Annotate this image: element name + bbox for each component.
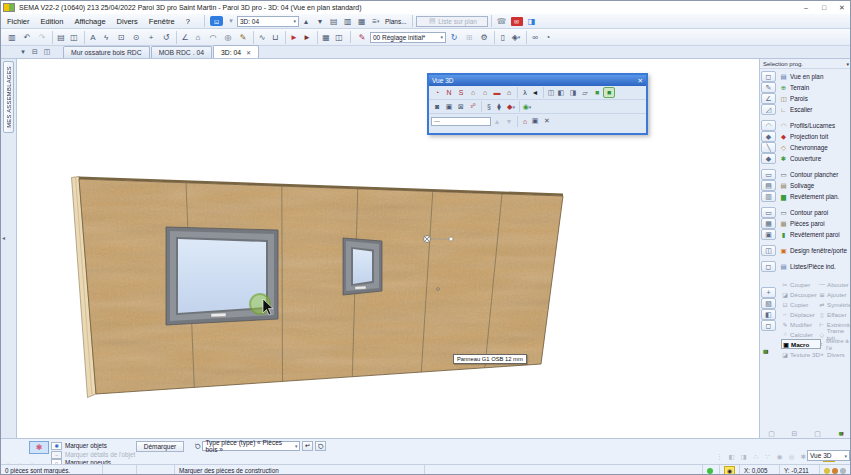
vue3d-icon[interactable]: ▱ — [579, 87, 591, 98]
vue3d-icon[interactable]: N — [443, 87, 455, 98]
active-view-combo[interactable]: Vue 3D ▾ — [807, 450, 850, 461]
tabbar-icon[interactable]: ▾ — [17, 46, 29, 57]
sidebar-item[interactable]: ⊕ Terrain — [779, 82, 851, 93]
tabbar-icon[interactable]: ⊟ — [29, 46, 41, 57]
sidebar-strip-button[interactable]: ▤ — [761, 180, 776, 191]
command-item[interactable]: ⊡ Copier — [781, 299, 821, 309]
sidebar-item[interactable]: ▣ Design fenêtre/porte — [779, 245, 851, 256]
command-item[interactable]: ↕ Mettre à l'é — [818, 339, 851, 349]
vue3d-close-icon[interactable]: ✕ — [638, 77, 643, 85]
vue3d-icon[interactable]: ⌂ — [479, 87, 491, 98]
toolbar-icon[interactable]: ⊡ — [114, 31, 128, 44]
toolbar-icon[interactable]: ⊔ — [268, 31, 282, 44]
command-item[interactable]: — Abouter — [818, 279, 851, 289]
command-item[interactable]: ↔ Déplacer — [781, 309, 821, 319]
sidebar-item[interactable]: ▮ Revêtement paroi — [779, 229, 851, 240]
sidebar-strip-button[interactable]: ╲ — [761, 142, 776, 153]
menu-item[interactable]: Edition — [41, 17, 64, 26]
command-item[interactable]: ▣ Macro — [781, 339, 821, 349]
assemblies-side-tab[interactable]: MES ASSEMBLAGES — [3, 61, 14, 133]
view-select-combo[interactable]: 3D: 04 ▾ — [237, 16, 299, 27]
sidebar-strip-button[interactable]: ◆ — [761, 131, 776, 142]
search-icon[interactable]: Ϙ — [193, 442, 202, 451]
search-again-button[interactable]: Ϙ — [315, 441, 326, 451]
sidebar-item[interactable]: ▆ Revêtement plan. — [779, 191, 851, 202]
toolbar-icon[interactable]: ∠ — [176, 31, 190, 44]
vue3d-icon[interactable]: ⧫ — [493, 101, 505, 112]
quickbar-icon[interactable]: ▴ — [299, 15, 313, 28]
toolbar-icon[interactable]: ↷ — [35, 31, 49, 44]
display-toggle-icon[interactable]: ∴ — [751, 450, 760, 463]
command-item[interactable]: ▯ Effacer — [818, 309, 851, 319]
toolbar-icon[interactable]: ◫ — [332, 31, 346, 44]
vue3d-icon[interactable]: ⌂ — [517, 116, 529, 127]
vue3d-icon[interactable]: ▣ — [529, 116, 541, 127]
vue3d-icon[interactable]: ▲ — [491, 116, 503, 127]
piece-filter-combo[interactable]: Type pièce (type) « Pièces bois » ▾ — [202, 441, 300, 451]
sidebar-item[interactable]: ✱ Couverture — [779, 153, 851, 164]
sidebar-strip-button[interactable]: ▣ — [761, 229, 776, 240]
display-toggle-icon[interactable]: ◎ — [787, 450, 796, 463]
sidebar-strip-button[interactable]: ◻ — [761, 261, 776, 272]
toolbar-icon[interactable]: ↶ — [20, 31, 34, 44]
vue3d-icon[interactable]: ◄ — [529, 87, 541, 98]
command-item[interactable]: ○ Calculer — [781, 329, 821, 339]
quickbar-icon[interactable]: ▾ — [313, 15, 327, 28]
sidebar-item[interactable]: ▦ Pièces paroi — [779, 218, 851, 229]
sidebar-strip-button[interactable]: ◻ — [761, 71, 776, 82]
quickbar-icon[interactable]: ▤ — [327, 15, 341, 28]
maximize-button[interactable]: □ — [817, 3, 831, 12]
sidebar-strip-button[interactable]: ▦ — [761, 218, 776, 229]
toolbar-icon[interactable]: ⊙ — [129, 31, 143, 44]
toolbar-icon[interactable]: ◔ — [541, 31, 555, 44]
toolbar-icon[interactable]: ✎ — [236, 31, 250, 44]
remote-drop-icon[interactable]: ▾ — [225, 16, 237, 27]
menu-item[interactable]: Divers — [117, 17, 138, 26]
status-eye-cell[interactable]: ◉ — [720, 465, 740, 475]
sidebar-strip-button[interactable]: ▭ — [761, 207, 776, 218]
vue3d-value-input[interactable] — [431, 117, 491, 126]
display-toggle-icon[interactable]: ∵ — [763, 450, 772, 463]
vue3d-icon[interactable]: ◔ — [431, 87, 443, 98]
command-item[interactable]: ⊞ Ajouter — [818, 289, 851, 299]
toolbar-icon[interactable]: ϟ — [99, 31, 113, 44]
vue3d-icon[interactable]: § — [481, 101, 493, 112]
sidebar-item[interactable]: ◫ Parois — [779, 93, 851, 104]
vue3d-icon[interactable]: ▣ — [443, 101, 455, 112]
document-tab[interactable]: MOB RDC . 04 — [151, 46, 212, 58]
document-tab[interactable]: 3D: 04 ✕ — [213, 45, 259, 58]
command-item[interactable]: ⇄ Symétrie — [818, 299, 851, 309]
toolbar-icon[interactable]: ↻ — [447, 31, 461, 44]
quickbar-icon[interactable]: ≡▾ — [369, 15, 383, 28]
menu-item[interactable]: Affichage — [74, 17, 105, 26]
tabbar-icon[interactable]: ◫ — [41, 46, 53, 57]
vue3d-icon[interactable]: ◙ — [431, 101, 443, 112]
sidebar-item[interactable]: ◆ Projection toit — [779, 131, 851, 142]
cad3d-cube-icon[interactable]: ■ — [763, 347, 768, 356]
menu-item[interactable]: Fichier — [7, 17, 30, 26]
vue3d-icon[interactable]: ◧ — [555, 87, 567, 98]
vue3d-icon[interactable]: ■ — [591, 87, 603, 98]
remote-support-icon[interactable]: ⊡ — [210, 16, 223, 26]
tab-close-icon[interactable]: ✕ — [246, 49, 251, 56]
vue3d-icon[interactable]: ◫ — [543, 87, 555, 98]
toolbar-icon[interactable]: ⌂ — [191, 31, 205, 44]
toolbar-icon[interactable]: ◈▾ — [509, 31, 523, 44]
vue3d-icon[interactable]: ⌂ — [503, 87, 515, 98]
document-tab[interactable]: Mur ossature bois RDC — [63, 46, 150, 58]
marker-mode-button[interactable]: ✱ — [29, 441, 49, 454]
toolbar-icon[interactable]: ↺ — [159, 31, 173, 44]
apply-filter-button[interactable]: ↵ — [302, 441, 313, 451]
marquer-objets-row[interactable]: ✱ Marquer objets — [51, 441, 107, 450]
osb-wall-face[interactable] — [71, 171, 571, 401]
toolbar-icon[interactable]: ⊞ — [462, 31, 476, 44]
settings-combo[interactable]: 00 Réglage initial* ▾ — [370, 32, 446, 43]
toolbar-icon[interactable]: ▤ — [52, 31, 66, 44]
command-item[interactable]: ◪ Texture 3D — [781, 349, 821, 359]
sidebar-strip-button[interactable]: ▥ — [761, 191, 776, 202]
sidebar-strip-button[interactable]: ◿ — [761, 104, 776, 115]
vue3d-icon[interactable]: ▬ — [491, 87, 503, 98]
sidebar-strip-button[interactable]: ∠ — [761, 93, 776, 104]
sidebar-item[interactable]: ▭ Contour paroi — [779, 207, 851, 218]
sidebar-item[interactable]: ▤ Listes/Pièce ind. — [779, 261, 851, 272]
